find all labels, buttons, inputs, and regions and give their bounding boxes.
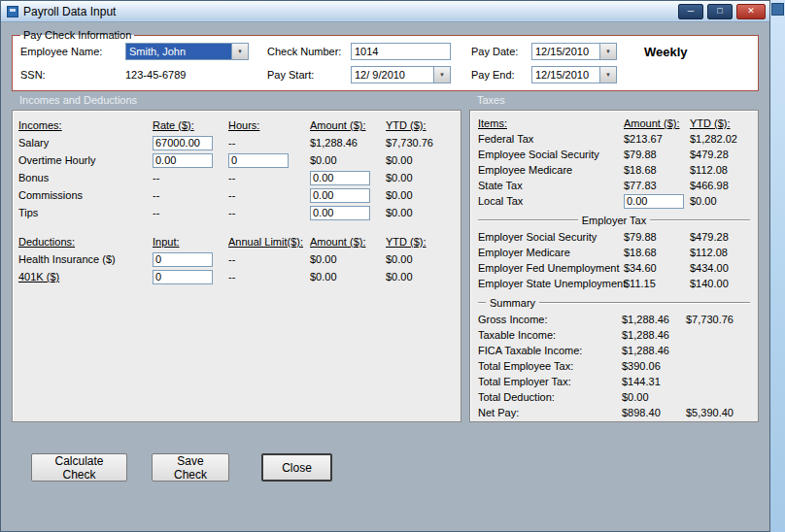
- cell-text: $479.28: [690, 149, 750, 160]
- table-row: Commissions----$0.00: [18, 186, 461, 204]
- action-buttons: Calculate Check Save Check Close: [31, 453, 761, 482]
- dropdown-arrow-icon: ▼: [599, 44, 616, 59]
- pay-end-select[interactable]: 12/15/2010 ▼: [531, 66, 617, 83]
- employee-name-value: Smith, John: [126, 44, 231, 59]
- salary-rate-input[interactable]: [153, 136, 213, 150]
- cell-text: Employer State Unemployment: [478, 278, 624, 289]
- cell-text: --: [228, 137, 310, 149]
- pay-frequency-label: Weekly: [625, 45, 750, 59]
- table-row: Employee Medicare$18.68$112.08: [478, 162, 750, 178]
- cell-text: Employer Medicare: [478, 247, 624, 258]
- check-number-label: Check Number:: [267, 46, 351, 57]
- table-row: Salary--$1,288.46$7,730.76: [18, 134, 461, 151]
- pay-date-label: Pay Date:: [471, 46, 531, 57]
- minimize-button[interactable]: ─: [678, 4, 703, 19]
- cell-text: Federal Tax: [478, 133, 624, 145]
- cell-text: Commissions: [18, 189, 153, 201]
- cell-text: --: [153, 207, 228, 218]
- column-header: Input:: [153, 236, 228, 248]
- column-header: YTD ($):: [690, 117, 750, 129]
- table-row: Employer Social Security$79.88$479.28: [478, 229, 750, 245]
- table-row: 401K ($)--$0.00$0.00: [18, 268, 461, 285]
- table-row: Employer Fed Unemployment$34.60$434.00: [478, 260, 750, 276]
- employee-name-label: Employee Name:: [20, 46, 125, 57]
- cell-text: $7,730.76: [386, 137, 461, 149]
- taxes-panel: Items:Amount ($):YTD ($):Federal Tax$213…: [469, 110, 759, 422]
- cell-text: Employer Social Security: [478, 231, 624, 243]
- client-area: Pay Check Information Employee Name: Smi…: [2, 23, 768, 530]
- cell-text: Total Deduction:: [478, 391, 622, 403]
- 401k-input[interactable]: [153, 270, 213, 284]
- pay-date-value: 12/15/2010: [532, 44, 599, 59]
- pay-start-select[interactable]: 12/ 9/2010 ▼: [351, 66, 451, 83]
- cell-text: $112.08: [690, 247, 750, 258]
- table-row: FICA Taxable Income:$1,288.46: [478, 343, 750, 358]
- cell-text: $898.40: [622, 407, 686, 418]
- column-header: Amount ($):: [310, 119, 386, 131]
- pay-date-select[interactable]: 12/15/2010 ▼: [531, 43, 617, 60]
- local-tax-input[interactable]: [624, 194, 684, 209]
- cell-text: Net Pay:: [478, 407, 622, 418]
- health-insurance-input[interactable]: [153, 252, 213, 267]
- cell-text: Health Insurance ($): [18, 253, 153, 265]
- 401k-link[interactable]: 401K ($): [18, 271, 153, 283]
- cell-text: $77.83: [624, 180, 690, 191]
- column-header: Items:: [478, 117, 624, 129]
- tips-amount-input[interactable]: [310, 206, 370, 220]
- dropdown-arrow-icon: ▼: [231, 44, 248, 59]
- cell-text: $390.06: [622, 360, 686, 372]
- table-row: Items:Amount ($):YTD ($):: [478, 116, 750, 131]
- cell-text: $0.00: [386, 154, 461, 166]
- cell-text: $0.00: [386, 253, 461, 265]
- dropdown-arrow-icon: ▼: [599, 67, 616, 83]
- cell-text: $434.00: [690, 262, 750, 274]
- save-check-button[interactable]: Save Check: [152, 453, 229, 482]
- table-row: Total Deduction:$0.00: [478, 389, 750, 405]
- cell-text: FICA Taxable Income:: [478, 345, 622, 356]
- summary-group-header: Summary: [478, 297, 750, 309]
- cell-text: $1,288.46: [622, 345, 686, 356]
- cell-text: $79.88: [624, 231, 690, 243]
- titlebar[interactable]: Payroll Data Input ─ □ ✕: [1, 1, 769, 22]
- cell-text: $1,288.46: [622, 314, 686, 325]
- table-row: Deductions:Input:Annual Limit($):Amount …: [18, 233, 461, 250]
- cell-text: --: [228, 189, 310, 201]
- table-row: Employer Medicare$18.68$112.08: [478, 245, 750, 260]
- column-header: Rate ($):: [153, 119, 228, 131]
- calculate-check-button[interactable]: Calculate Check: [31, 453, 127, 482]
- cell-text: Taxable Income:: [478, 329, 622, 341]
- cell-text: Employee Social Security: [478, 149, 624, 160]
- bonus-amount-input[interactable]: [310, 171, 370, 185]
- deductions-table: Deductions:Input:Annual Limit($):Amount …: [18, 233, 461, 285]
- check-number-input[interactable]: [351, 43, 451, 60]
- column-header: Amount ($):: [310, 236, 386, 248]
- overtime-rate-input[interactable]: [153, 153, 213, 168]
- close-window-button[interactable]: ✕: [736, 4, 766, 19]
- table-row: Tips----$0.00: [18, 204, 461, 221]
- pay-end-value: 12/15/2010: [532, 67, 599, 83]
- cell-text: Gross Income:: [478, 314, 622, 325]
- table-row: Total Employer Tax:$144.31: [478, 374, 750, 389]
- cell-text: $11.15: [624, 278, 690, 289]
- cell-text: --: [228, 172, 310, 183]
- table-row: Overtime Hourly$0.00$0.00: [18, 151, 461, 169]
- employer-tax-group-header: Employer Tax: [478, 215, 750, 226]
- commissions-amount-input[interactable]: [310, 188, 370, 203]
- section-labels: Incomes and Deductions Taxes: [12, 94, 759, 108]
- cell-text: $0.00: [310, 271, 386, 283]
- paycheck-info-group-label: Pay Check Information: [20, 29, 134, 41]
- cell-text: Employer Fed Unemployment: [478, 262, 624, 274]
- cell-text: $112.08: [690, 164, 750, 176]
- close-button[interactable]: Close: [261, 453, 332, 482]
- ssn-label: SSN:: [20, 69, 125, 81]
- cell-text: $7,730.76: [686, 314, 750, 325]
- employee-name-select[interactable]: Smith, John ▼: [125, 43, 249, 60]
- table-row: Local Tax$0.00: [478, 193, 750, 209]
- overtime-hours-input[interactable]: [228, 153, 289, 168]
- cell-text: $79.88: [624, 149, 690, 160]
- incomes-table: Incomes:Rate ($):Hours:Amount ($):YTD ($…: [18, 116, 461, 221]
- cell-text: Overtime Hourly: [18, 154, 153, 166]
- maximize-button[interactable]: □: [707, 4, 733, 19]
- table-row: State Tax$77.83$466.98: [478, 178, 750, 193]
- cell-text: $0.00: [386, 271, 461, 283]
